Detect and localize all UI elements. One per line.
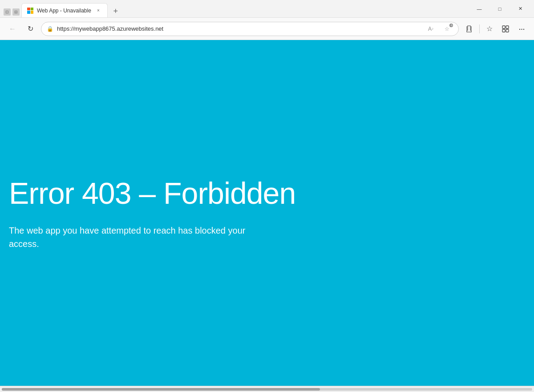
more-button[interactable]: ··· [514, 22, 529, 36]
horizontal-scrollbar[interactable] [0, 386, 534, 392]
error-description: The web app you have attempted to reach … [9, 224, 267, 251]
read-aloud-button[interactable]: A♪ [425, 23, 437, 35]
page-content: Error 403 – Forbidden The web app you ha… [0, 40, 534, 386]
svg-rect-2 [502, 29, 505, 32]
new-tab-button[interactable]: + [109, 5, 122, 17]
lock-icon: 🔒 [47, 26, 53, 32]
svg-rect-1 [506, 26, 509, 28]
svg-rect-0 [502, 26, 505, 28]
tab-close-button[interactable]: × [95, 7, 102, 14]
maximize-button[interactable]: □ [490, 2, 510, 16]
scroll-track [2, 388, 532, 391]
browser-window: ⊡ ⊟ Web App - Unavailable × + — □ [0, 0, 534, 392]
toolbar-divider [479, 24, 480, 33]
refresh-button[interactable]: ↻ [23, 22, 37, 36]
title-bar: ⊡ ⊟ Web App - Unavailable × + — □ [0, 0, 534, 18]
favorites-button[interactable]: ☆ [482, 22, 497, 36]
tab-area: ⊡ ⊟ Web App - Unavailable × + [4, 0, 469, 17]
extensions-button[interactable] [462, 22, 477, 36]
back-button[interactable]: ← [5, 22, 20, 36]
url-text: https://mywebapp8675.azurewebsites.net [57, 25, 421, 32]
close-button[interactable]: ✕ [510, 2, 530, 16]
error-title: Error 403 – Forbidden [9, 176, 525, 210]
active-tab[interactable]: Web App - Unavailable × [21, 3, 108, 17]
svg-rect-3 [506, 29, 509, 32]
scroll-thumb[interactable] [2, 388, 320, 391]
tab-group-icon[interactable]: ⊡ [4, 8, 11, 16]
immersive-reader-button[interactable]: ☆⚙ [441, 23, 453, 35]
address-input[interactable]: 🔒 https://mywebapp8675.azurewebsites.net… [41, 22, 459, 36]
tab-favicon [27, 8, 33, 14]
window-controls: — □ ✕ [469, 2, 530, 16]
tab-list-icon[interactable]: ⊟ [12, 8, 20, 16]
address-bar: ← ↻ 🔒 https://mywebapp8675.azurewebsites… [0, 18, 534, 40]
tab-title: Web App - Unavailable [37, 8, 91, 14]
minimize-button[interactable]: — [469, 2, 490, 16]
collections-button[interactable] [498, 22, 513, 36]
toolbar-right: ☆ ··· [462, 22, 529, 36]
